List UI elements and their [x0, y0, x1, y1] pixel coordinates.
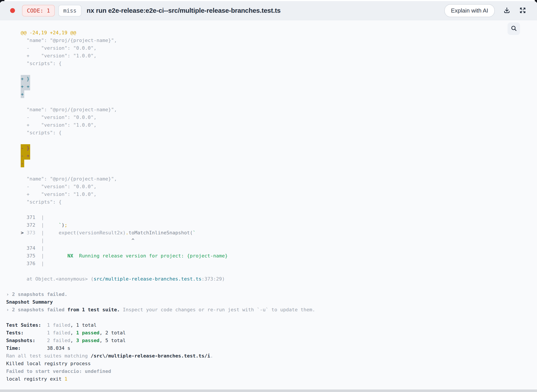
terminal-line: 376 | [6, 260, 532, 267]
terminal-line: - [6, 160, 532, 167]
terminal-line: "scripts": { [6, 198, 532, 206]
terminal-line: "name": "@proj/{project-name}", [6, 175, 532, 183]
terminal-line: - "version": "0.0.0", [6, 183, 532, 190]
fullscreen-button[interactable] [519, 7, 527, 15]
download-icon [503, 7, 511, 15]
terminal-line: 371 | [6, 214, 532, 221]
search-log-button[interactable] [508, 23, 520, 35]
terminal-line [6, 67, 532, 75]
terminal-line [6, 136, 532, 144]
log-header: CODE: 1 miss nx run e2e-release:e2e-ci--… [0, 1, 537, 20]
terminal-line: + + [6, 83, 532, 90]
terminal-line [6, 313, 532, 321]
terminal-line: > 373 | expect(versionResult2x).toMatchI… [6, 229, 532, 237]
terminal-line: at Object.<anonymous> (src/multiple-rele… [6, 275, 532, 283]
header-actions: Explain with AI [444, 4, 527, 17]
terminal-line: 372 | `); [6, 221, 532, 229]
terminal-output: @@ -24,19 +24,19 @@ "name": "@proj/{proj… [0, 20, 537, 383]
terminal-line: "name": "@proj/{project-name}", [6, 37, 532, 44]
download-button[interactable] [503, 7, 511, 15]
terminal-line: 375 | NX Running release version for pro… [6, 252, 532, 260]
terminal-line: Killed local registry process [6, 360, 532, 367]
search-icon [510, 25, 518, 33]
terminal-line: + "version": "1.0.0", [6, 52, 532, 60]
terminal-line [6, 98, 532, 106]
terminal-line [6, 206, 532, 214]
terminal-line: Test Suites: 1 failed, 1 total [6, 321, 532, 329]
terminal-line [6, 267, 532, 275]
terminal-line: › 2 snapshots failed from 1 test suite. … [6, 306, 532, 313]
terminal-line: @@ -24,19 +24,19 @@ [6, 29, 532, 37]
terminal-line: "scripts": { [6, 129, 532, 136]
terminal-line: "scripts": { [6, 60, 532, 67]
expand-icon [519, 7, 527, 15]
terminal-line [6, 283, 532, 290]
terminal-line: "name": "@proj/{project-name}", [6, 106, 532, 113]
terminal-line: Failed to start verdaccio: undefined [6, 367, 532, 375]
exit-code-badge: CODE: 1 [22, 5, 55, 16]
terminal-line: - "version": "0.0.0", [6, 44, 532, 52]
terminal-line: 374 | [6, 244, 532, 252]
terminal-line: + "version": "1.0.0", [6, 190, 532, 198]
terminal-line [6, 167, 532, 175]
terminal-line: › 2 snapshots failed. [6, 290, 532, 298]
cache-miss-badge: miss [58, 5, 81, 16]
terminal-line: - } [6, 144, 532, 152]
terminal-line: Time: 38.034 s [6, 344, 532, 352]
terminal-line: + [6, 90, 532, 98]
terminal-line: Snapshots: 2 failed, 3 passed, 5 total [6, 337, 532, 344]
terminal-line: Tests: 1 failed, 1 passed, 2 total [6, 329, 532, 337]
terminal-line: local registry exit 1 [6, 375, 532, 383]
terminal-line: Snapshot Summary [6, 298, 532, 306]
explain-with-ai-button[interactable]: Explain with AI [444, 4, 495, 17]
window-bottom-edge [0, 390, 537, 392]
terminal-line: + } [6, 75, 532, 83]
terminal-line: - + [6, 152, 532, 160]
terminal-line: - "version": "0.0.0", [6, 113, 532, 121]
log-viewer-window: CODE: 1 miss nx run e2e-release:e2e-ci--… [0, 1, 537, 390]
terminal-line: Ran all test suites matching /src\/multi… [6, 352, 532, 360]
terminal-line: | ^ [6, 237, 532, 244]
red-status-dot [10, 8, 15, 13]
task-title: nx run e2e-release:e2e-ci--src/multiple-… [87, 7, 280, 14]
terminal-line: + "version": "1.0.0", [6, 121, 532, 129]
